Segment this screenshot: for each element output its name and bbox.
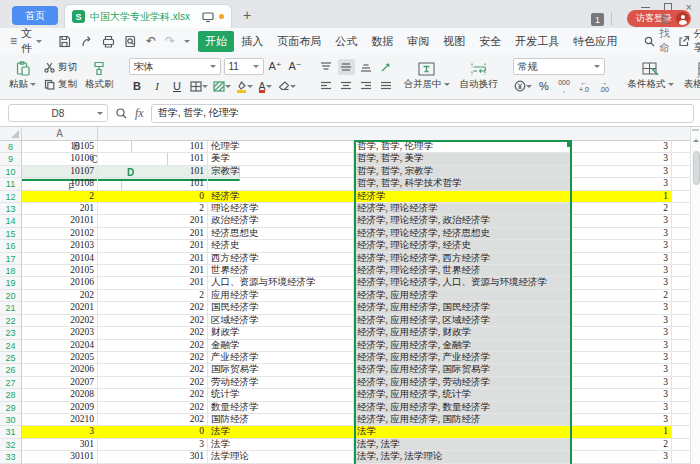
cell-B13[interactable]: 2 bbox=[98, 203, 208, 215]
cell-D21[interactable]: 经济学, 应用经济学, 国民经济学 bbox=[354, 302, 572, 314]
cell-C16[interactable]: 经济史 bbox=[208, 240, 354, 252]
cell-C20[interactable]: 应用经济学 bbox=[208, 290, 354, 302]
cell-D32[interactable]: 法学, 法学 bbox=[354, 439, 572, 451]
cell-A20[interactable]: 202 bbox=[22, 290, 98, 302]
cell-A21[interactable]: 20201 bbox=[22, 302, 98, 314]
cell-E9[interactable]: 3 bbox=[572, 153, 672, 165]
cell-E32[interactable]: 2 bbox=[572, 439, 672, 451]
cell-A16[interactable]: 20103 bbox=[22, 240, 98, 252]
cell-B28[interactable]: 202 bbox=[98, 389, 208, 401]
row-header-17[interactable]: 17 bbox=[0, 253, 22, 265]
cell-D27[interactable]: 经济学, 应用经济学, 劳动经济学 bbox=[354, 377, 572, 389]
ribbon-tab-安全[interactable]: 安全 bbox=[472, 31, 508, 52]
font-name-select[interactable]: 宋体 bbox=[129, 58, 221, 75]
row-header-27[interactable]: 27 bbox=[0, 377, 22, 389]
cell-A25[interactable]: 20205 bbox=[22, 352, 98, 364]
cell-E28[interactable]: 3 bbox=[572, 389, 672, 401]
cell-E10[interactable]: 3 bbox=[572, 166, 672, 178]
cell-C14[interactable]: 政治经济学 bbox=[208, 215, 354, 227]
cell-D25[interactable]: 经济学, 应用经济学, 产业经济学 bbox=[354, 352, 572, 364]
cell-B14[interactable]: 201 bbox=[98, 215, 208, 227]
cell-B25[interactable]: 202 bbox=[98, 352, 208, 364]
select-all-corner[interactable] bbox=[0, 127, 22, 140]
cell-D13[interactable]: 经济学, 理论经济学 bbox=[354, 203, 572, 215]
fill-color-button[interactable] bbox=[235, 78, 254, 94]
align-justify-button[interactable] bbox=[378, 78, 395, 94]
cell-C26[interactable]: 国际贸易学 bbox=[208, 364, 354, 376]
ribbon-tab-审阅[interactable]: 审阅 bbox=[400, 31, 436, 52]
cell-A8[interactable]: 10105 bbox=[22, 141, 98, 153]
decrease-font-button[interactable]: A⁻ bbox=[287, 59, 304, 75]
currency-button[interactable] bbox=[513, 78, 533, 94]
ribbon-tab-特色应用[interactable]: 特色应用 bbox=[566, 31, 624, 52]
number-format-select[interactable]: 常规 bbox=[513, 58, 605, 75]
align-right-button[interactable] bbox=[358, 78, 375, 94]
cell-D22[interactable]: 经济学, 应用经济学, 区域经济学 bbox=[354, 315, 572, 327]
merge-center-button[interactable]: 合并居中 bbox=[399, 57, 455, 95]
wrap-text-button[interactable]: 自动换行 bbox=[455, 57, 503, 95]
row-header-31[interactable]: 31 bbox=[0, 426, 22, 438]
cell-A18[interactable]: 20105 bbox=[22, 265, 98, 277]
cell-B20[interactable]: 2 bbox=[98, 290, 208, 302]
align-center-button[interactable] bbox=[338, 78, 355, 94]
cell-C12[interactable]: 经济学 bbox=[208, 191, 354, 203]
cell-C33[interactable]: 法学理论 bbox=[208, 451, 354, 463]
cell-D18[interactable]: 经济学, 理论经济学, 世界经济 bbox=[354, 265, 572, 277]
file-menu-button[interactable]: ≡ 文件 bbox=[6, 26, 46, 56]
format-painter-button[interactable]: 格式刷 bbox=[80, 57, 119, 95]
cell-D8[interactable]: 哲学, 哲学, 伦理学 bbox=[354, 141, 572, 153]
cell-B15[interactable]: 201 bbox=[98, 228, 208, 240]
cell-D33[interactable]: 法学, 法学, 法学理论 bbox=[354, 451, 572, 463]
clear-format-button[interactable] bbox=[277, 78, 297, 94]
cell-D28[interactable]: 经济学, 应用经济学, 统计学 bbox=[354, 389, 572, 401]
cell-A14[interactable]: 20101 bbox=[22, 215, 98, 227]
cell-D9[interactable]: 哲学, 哲学, 美学 bbox=[354, 153, 572, 165]
row-header-8[interactable]: 8 bbox=[0, 141, 22, 153]
redo-icon[interactable]: ↷ bbox=[165, 35, 175, 47]
cell-A27[interactable]: 20207 bbox=[22, 377, 98, 389]
new-tab-button[interactable]: + bbox=[243, 6, 251, 24]
ribbon-tab-插入[interactable]: 插入 bbox=[234, 31, 270, 52]
ribbon-tab-开发工具[interactable]: 开发工具 bbox=[508, 31, 566, 52]
cell-B31[interactable]: 0 bbox=[98, 426, 208, 438]
cell-B22[interactable]: 202 bbox=[98, 315, 208, 327]
cell-E25[interactable]: 3 bbox=[572, 352, 672, 364]
cell-D15[interactable]: 经济学, 理论经济学, 经济思想史 bbox=[354, 228, 572, 240]
cell-A22[interactable]: 20202 bbox=[22, 315, 98, 327]
cell-C8[interactable]: 伦理学 bbox=[208, 141, 354, 153]
cell-A30[interactable]: 20210 bbox=[22, 414, 98, 426]
split-handle-icon[interactable] bbox=[692, 129, 699, 131]
cell-A24[interactable]: 20204 bbox=[22, 340, 98, 352]
paste-button[interactable]: 粘贴 bbox=[4, 57, 41, 95]
cell-B12[interactable]: 0 bbox=[98, 191, 208, 203]
formula-input[interactable]: 哲学, 哲学, 伦理学 bbox=[151, 104, 694, 123]
cell-B11[interactable]: 101 bbox=[98, 178, 208, 190]
cell-E24[interactable]: 3 bbox=[572, 340, 672, 352]
toolbar-overflow-button[interactable]: › bbox=[697, 70, 700, 81]
cell-C15[interactable]: 经济思想史 bbox=[208, 228, 354, 240]
cell-E11[interactable]: 3 bbox=[572, 178, 672, 190]
cell-A15[interactable]: 20102 bbox=[22, 228, 98, 240]
italic-button[interactable]: I bbox=[149, 78, 166, 94]
customize-quick-access-icon[interactable] bbox=[184, 40, 190, 46]
cell-E12[interactable]: 1 bbox=[572, 191, 672, 203]
cell-E8[interactable]: 3 bbox=[572, 141, 672, 153]
undo-icon[interactable]: ↶ bbox=[146, 35, 156, 47]
cell-C31[interactable]: 法学 bbox=[208, 426, 354, 438]
cell-E21[interactable]: 3 bbox=[572, 302, 672, 314]
shading-button[interactable] bbox=[212, 78, 232, 94]
smart-lookup-icon[interactable] bbox=[115, 107, 128, 120]
cell-A29[interactable]: 20209 bbox=[22, 402, 98, 414]
row-header-24[interactable]: 24 bbox=[0, 340, 22, 352]
cell-E17[interactable]: 3 bbox=[572, 253, 672, 265]
cell-D26[interactable]: 经济学, 应用经济学, 国际贸易学 bbox=[354, 364, 572, 376]
cell-C32[interactable]: 法学 bbox=[208, 439, 354, 451]
cell-B32[interactable]: 3 bbox=[98, 439, 208, 451]
cell-E15[interactable]: 3 bbox=[572, 228, 672, 240]
cell-C17[interactable]: 西方经济学 bbox=[208, 253, 354, 265]
row-header-28[interactable]: 28 bbox=[0, 389, 22, 401]
cell-D31[interactable]: 法学 bbox=[354, 426, 572, 438]
row-header-16[interactable]: 16 bbox=[0, 240, 22, 252]
underline-button[interactable]: U bbox=[169, 78, 186, 94]
row-header-26[interactable]: 26 bbox=[0, 364, 22, 376]
